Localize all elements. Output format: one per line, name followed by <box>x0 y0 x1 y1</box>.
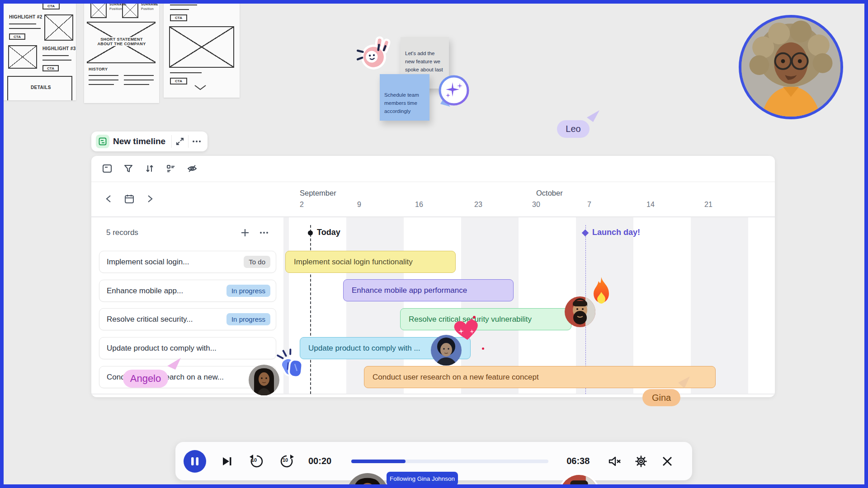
wireframe-cta-button: CTA <box>42 65 59 71</box>
record-row[interactable]: Update product to comply with... <box>99 337 276 359</box>
fire-emoji[interactable] <box>588 276 615 307</box>
wireframe-image-placeholder <box>90 2 107 18</box>
chevron-down-icon <box>193 84 207 91</box>
settings-button[interactable] <box>632 452 650 470</box>
cursor-arrow-gina <box>676 375 692 390</box>
record-row[interactable]: Resolve critical security... In progress <box>99 308 276 330</box>
widget-more-menu-button[interactable] <box>189 133 205 150</box>
progress-bar[interactable] <box>351 460 548 463</box>
collaborator-cursor-gina: Gina <box>642 389 680 406</box>
date-tick: 21 <box>704 201 712 209</box>
record-label: Implement social login... <box>107 258 244 267</box>
heart-particle <box>473 316 476 319</box>
ai-sparkle-bubble[interactable] <box>437 74 472 110</box>
gantt-bar-security-vulnerability[interactable]: Resolve critical security vulnerability <box>400 308 571 330</box>
today-marker-label: Today <box>317 228 340 237</box>
date-tick: 9 <box>357 201 361 209</box>
pause-button[interactable] <box>184 450 206 473</box>
wireframe-cta-button: CTA <box>42 3 60 9</box>
gantt-bar-mobile-performance[interactable]: Enhance mobile app performance <box>343 279 514 301</box>
wireframe-image-placeholder <box>8 45 37 69</box>
sticky-note-blue[interactable]: Schedule team members time accordingly <box>380 74 429 121</box>
wireframe-label: HIGHLIGHT #3 <box>42 46 76 51</box>
total-time: 06:38 <box>566 456 590 466</box>
skip-next-button[interactable] <box>218 452 236 470</box>
wireframe-cta-button: CTA <box>170 78 187 84</box>
date-tick: 14 <box>646 201 655 209</box>
wireframe-image-placeholder <box>44 14 73 41</box>
records-count: 5 records <box>106 228 138 237</box>
records-more-menu-button[interactable] <box>257 225 271 240</box>
gantt-bar-social-login[interactable]: Implement social login functionality <box>285 251 456 273</box>
wireframe-image-placeholder <box>122 2 138 18</box>
panel-layout-button[interactable] <box>99 160 115 177</box>
timeline-icon <box>96 135 109 148</box>
whiteboard-canvas[interactable]: CTA HIGHLIGHT #2 CTA HIGHLIGHT #3 CTA DE… <box>0 0 868 488</box>
fields-settings-button[interactable] <box>163 160 179 177</box>
record-label: Enhance mobile app... <box>107 286 226 296</box>
status-badge: In progress <box>226 285 270 297</box>
hide-fields-button[interactable] <box>184 160 200 177</box>
date-tick: 23 <box>474 201 482 209</box>
current-time: 00:20 <box>308 456 331 466</box>
wireframe-cta-button: CTA <box>170 14 187 21</box>
wireframe-details-box: DETAILS <box>7 76 72 100</box>
close-player-button[interactable] <box>658 452 676 470</box>
wireframe-label: HIGHLIGHT #2 <box>9 14 42 19</box>
month-label: October <box>536 189 563 197</box>
clap-emoji[interactable] <box>275 347 307 381</box>
record-label: Update product to comply with... <box>107 344 270 353</box>
mute-button[interactable] <box>606 452 624 470</box>
forward-amount: 10 <box>283 457 288 463</box>
wireframe-cta-button: CTA <box>9 33 25 40</box>
widget-toolbar <box>99 160 200 177</box>
month-label: September <box>300 189 336 197</box>
heart-particle <box>482 347 484 350</box>
status-badge: To do <box>244 256 270 268</box>
wireframe-image-placeholder <box>169 26 234 68</box>
collaborator-cursor-angelo: Angelo <box>123 370 168 388</box>
heart-emoji[interactable] <box>451 317 482 347</box>
date-tick: 7 <box>587 201 591 209</box>
date-tick: 30 <box>532 201 540 209</box>
video-participant-avatar[interactable] <box>739 15 843 119</box>
cursor-arrow-angelo <box>166 356 183 371</box>
date-tick: 16 <box>415 201 423 209</box>
progress-fill <box>351 460 406 463</box>
date-tick: 2 <box>300 201 304 209</box>
rewind-amount: 10 <box>251 457 257 463</box>
following-tooltip: Following Gina Johnson <box>387 472 458 486</box>
timeline-widget-header[interactable]: New timeline <box>91 131 208 151</box>
timeline-widget <box>91 156 775 397</box>
gantt-bar-user-research[interactable]: Conduct user research on a new feature c… <box>364 366 716 388</box>
rewind-10-button[interactable]: 10 <box>247 451 267 471</box>
add-record-button[interactable] <box>238 225 252 240</box>
calendar-button[interactable] <box>122 192 137 206</box>
expand-widget-button[interactable] <box>172 133 188 150</box>
forward-10-button[interactable]: 10 <box>277 451 297 471</box>
cursor-arrow-leo <box>586 109 601 124</box>
record-row[interactable]: Implement social login... To do <box>99 251 276 273</box>
today-marker-dot <box>308 230 313 235</box>
widget-title: New timeline <box>113 136 171 146</box>
launch-marker-label: Launch day! <box>592 228 640 237</box>
date-navigation <box>101 192 157 206</box>
status-badge: In progress <box>226 313 270 325</box>
next-period-button[interactable] <box>143 192 157 206</box>
record-row[interactable]: Enhance mobile app... In progress <box>99 280 276 302</box>
collaborator-cursor-leo: Leo <box>557 120 590 138</box>
sort-button[interactable] <box>142 160 158 177</box>
prev-period-button[interactable] <box>101 192 116 206</box>
record-label: Resolve critical security... <box>107 315 226 324</box>
sticky-note-text: Schedule team members time accordingly <box>384 92 419 114</box>
filter-button[interactable] <box>120 160 137 177</box>
wireframe-panel-1: CTA HIGHLIGHT #2 CTA HIGHLIGHT #3 CTA DE… <box>3 0 76 100</box>
wireframe-panel-3: CTA CTA <box>164 0 240 98</box>
wireframe-panel-2: SURNAME Position SURNAME Position SHORT … <box>84 0 159 103</box>
ok-hand-sticker[interactable] <box>354 34 395 76</box>
